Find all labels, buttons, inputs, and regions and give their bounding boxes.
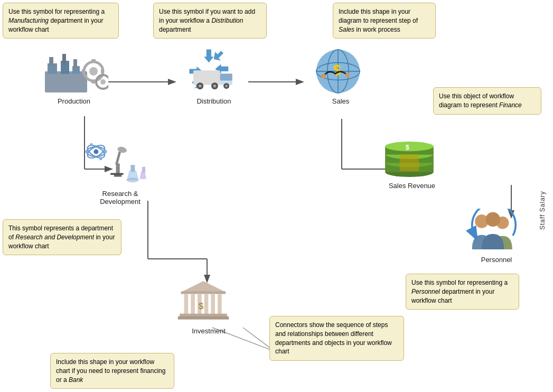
svg-rect-12	[45, 71, 87, 92]
svg-point-49	[345, 73, 350, 78]
callout-research: This symbol represents a department of R…	[3, 219, 121, 255]
production-label: Production	[40, 97, 108, 105]
callout-personnel: Use this symbol for representing a Perso…	[406, 274, 519, 310]
svg-rect-84	[211, 294, 215, 314]
svg-point-56	[385, 141, 434, 151]
svg-point-41	[225, 85, 228, 87]
svg-point-48	[321, 74, 326, 79]
svg-rect-71	[110, 173, 124, 175]
svg-rect-26	[101, 69, 104, 73]
svg-rect-58	[400, 154, 419, 171]
svg-rect-25	[82, 69, 85, 73]
svg-point-64	[104, 150, 107, 153]
sales-revenue-node: $ Sales Revenue	[380, 137, 444, 190]
sales-node: $ Sales	[309, 48, 372, 105]
sales-revenue-icon: $	[380, 137, 438, 180]
svg-text:$: $	[333, 62, 341, 78]
svg-rect-35	[220, 74, 232, 81]
svg-point-62	[93, 150, 98, 154]
svg-rect-17	[62, 54, 66, 64]
personnel-icon	[465, 211, 523, 254]
svg-rect-16	[49, 57, 53, 67]
investment-icon: $	[174, 277, 232, 325]
svg-point-66	[99, 157, 102, 160]
svg-point-22	[100, 79, 106, 85]
callout-finance: Use this object of workflow diagram to r…	[433, 87, 541, 115]
production-node: Production	[40, 48, 108, 105]
investment-node: $ Investment	[174, 277, 243, 335]
callout-connectors: Connectors show the sequence of steps an…	[269, 316, 404, 361]
svg-point-77	[485, 212, 500, 227]
svg-point-65	[90, 143, 92, 146]
svg-marker-27	[204, 49, 213, 62]
callout-sales: Include this shape in your diagram to re…	[333, 3, 436, 39]
distribution-label: Distribution	[180, 97, 248, 105]
svg-marker-78	[181, 281, 226, 292]
production-icon	[40, 48, 108, 95]
svg-rect-69	[115, 152, 121, 165]
svg-text:$: $	[199, 301, 204, 311]
research-label: Research & Development	[82, 190, 158, 206]
svg-point-73	[126, 178, 138, 182]
svg-rect-81	[191, 294, 195, 314]
svg-marker-29	[214, 51, 223, 60]
distribution-node: Distribution	[180, 48, 248, 105]
investment-label: Investment	[174, 327, 243, 335]
sales-icon: $	[309, 48, 367, 95]
distribution-icon	[180, 48, 243, 95]
research-icon	[82, 135, 151, 188]
svg-text:$: $	[406, 143, 409, 151]
svg-rect-87	[178, 316, 229, 320]
personnel-node: Personnel	[465, 211, 528, 264]
svg-rect-18	[73, 59, 77, 68]
sales-label: Sales	[309, 97, 372, 105]
callout-distribution: Use this symbol if you want to add in yo…	[153, 3, 267, 39]
svg-rect-85	[218, 294, 222, 314]
svg-point-39	[213, 85, 217, 88]
staff-salary-label: Staff Salary	[539, 166, 546, 230]
personnel-label: Personnel	[465, 256, 528, 264]
svg-rect-80	[184, 294, 189, 314]
svg-rect-23	[91, 59, 96, 62]
svg-point-37	[199, 85, 202, 88]
svg-rect-33	[193, 70, 220, 85]
callout-manufacturing: Use this symbol for representing a Manuf…	[3, 3, 119, 39]
svg-rect-24	[91, 80, 96, 83]
sales-revenue-label: Sales Revenue	[380, 182, 444, 190]
svg-rect-72	[130, 165, 135, 172]
svg-rect-79	[181, 291, 226, 294]
callout-bank: Include this shape in your workflow char…	[50, 353, 174, 389]
svg-point-20	[89, 67, 98, 76]
svg-point-63	[85, 150, 88, 153]
research-node: Research & Development	[82, 135, 158, 206]
svg-rect-83	[204, 294, 209, 314]
svg-rect-74	[142, 167, 145, 173]
